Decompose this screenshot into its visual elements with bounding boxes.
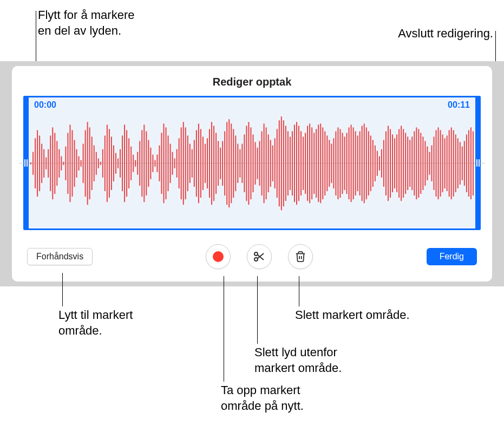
editor-toolbar: Forhåndsvis [12,230,492,269]
scissors-icon [253,250,266,263]
callout-rerecord: Ta opp markert område på nytt. [221,383,304,414]
callout-line [62,273,63,306]
callout-delete: Slett markert område. [295,308,410,323]
callout-line [224,276,224,382]
trash-icon [294,251,306,263]
panel-title: Rediger opptak [12,66,492,96]
waveform-icon [29,97,475,229]
callout-line [257,276,258,344]
preview-button[interactable]: Forhåndsvis [27,248,93,265]
record-icon [213,251,224,262]
center-controls [206,244,313,269]
callout-trim-handle: Flytt for å markere en del av lyden. [38,8,134,38]
trim-button[interactable] [247,244,272,269]
callout-trim: Slett lyd utenfor markert område. [254,345,342,376]
callout-done: Avslutt redigering. [398,26,493,42]
callout-line [299,276,299,306]
delete-button[interactable] [288,244,313,269]
edit-recording-panel: Rediger opptak 00:00 00:11 [12,66,492,282]
record-button[interactable] [206,244,231,269]
done-button[interactable]: Ferdig [427,248,477,265]
waveform-selection[interactable]: 00:00 00:11 [27,96,477,230]
callout-preview: Lytt til markert område. [58,308,133,338]
